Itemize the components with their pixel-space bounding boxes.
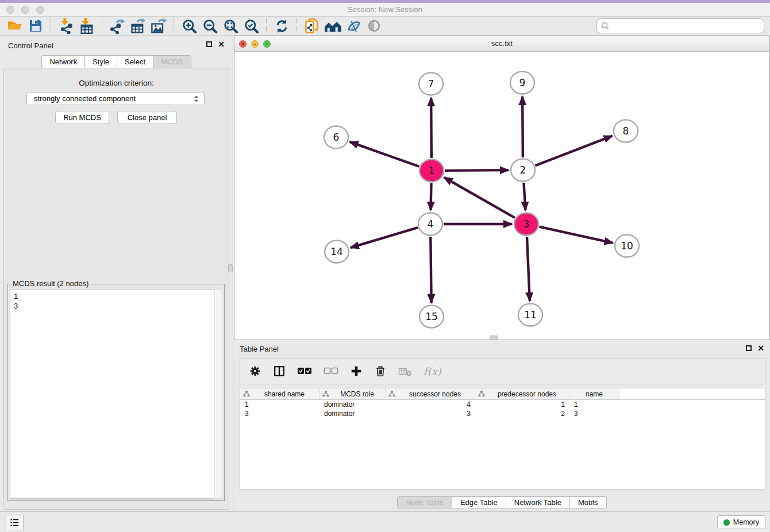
export-image-icon[interactable] [150,17,167,34]
graph-node-6[interactable]: 6 [324,126,348,149]
search-field[interactable] [596,18,764,33]
graph-node-9[interactable]: 9 [510,72,534,94]
graph-edge-2-3[interactable] [523,183,525,210]
trash-icon[interactable] [374,365,387,377]
graph-node-1[interactable]: 1 [419,160,444,182]
network-window-titlebar[interactable]: ✕ − + scc.txt [234,36,769,52]
svg-text:9: 9 [519,77,526,88]
close-panel-icon[interactable]: ✕ [757,345,764,352]
add-icon[interactable] [350,365,363,377]
table-cell[interactable]: 2 [475,410,569,418]
graph-node-14[interactable]: 14 [325,241,349,263]
float-panel-icon[interactable] [206,41,212,47]
mcds-result-scrollbar[interactable] [214,289,222,499]
memory-button[interactable]: Memory [717,515,765,529]
delete-table-icon[interactable] [398,366,412,377]
task-history-button[interactable] [6,515,24,530]
table-row[interactable]: 1dominator411 [240,400,765,409]
optimization-criterion-label: Optimization criterion: [4,79,229,87]
column-header-MCDS-role[interactable]: MCDS role [319,388,386,399]
tab-motifs[interactable]: Motifs [570,496,607,508]
list-icon [9,517,20,528]
table-cell[interactable]: 1 [240,400,319,408]
open-session-icon[interactable] [6,17,24,34]
table-cell[interactable]: 1 [569,400,619,408]
table-cell[interactable]: 4 [386,400,475,408]
graph-node-7[interactable]: 7 [419,73,443,95]
graph-edge-2-8[interactable] [536,136,613,166]
graph-node-2[interactable]: 2 [511,159,535,182]
table-row[interactable]: 3dominator323 [240,409,765,418]
graph-edge-4-15[interactable] [430,237,431,303]
network-overview-icon[interactable] [324,17,341,34]
close-panel-icon[interactable]: ✕ [218,41,225,48]
node-table[interactable]: shared nameMCDS rolesuccessor nodesprede… [240,388,765,489]
run-mcds-button[interactable]: Run MCDS [55,111,109,124]
graph-edge-1-2[interactable] [445,170,509,171]
export-table-icon[interactable] [129,17,147,34]
divider-handle[interactable] [228,264,233,272]
import-table-icon[interactable] [78,17,95,34]
mcds-result-text[interactable]: 1 3 [10,289,222,499]
gear-icon[interactable] [249,365,261,377]
graph-edge-3-1[interactable] [444,178,515,218]
tab-mcds[interactable]: MCDS [153,55,191,68]
graph-edge-2-9[interactable] [522,97,523,157]
memory-status-icon [723,519,730,526]
graph-node-3[interactable]: 3 [514,213,538,236]
deselect-all-icon[interactable] [324,367,338,375]
table-cell[interactable]: 1 [475,400,569,408]
table-cell[interactable]: 3 [569,410,619,418]
graphics-details-icon[interactable] [345,17,362,34]
table-toolbar: f(x) [240,358,765,384]
float-panel-icon[interactable] [746,345,752,351]
column-header-successor-nodes[interactable]: successor nodes [386,388,475,399]
tab-node-table[interactable]: Node Table [397,496,452,508]
graph-node-11[interactable]: 11 [518,304,542,326]
column-header-shared-name[interactable]: shared name [240,388,319,399]
search-input[interactable] [613,22,760,30]
eye-icon[interactable] [365,17,383,34]
graph-node-4[interactable]: 4 [418,213,442,236]
import-network-icon[interactable] [57,17,75,34]
network-view-window: ✕ − + scc.txt 7968124314101511 [234,36,770,340]
function-builder-icon[interactable]: f(x) [424,365,441,377]
tab-network[interactable]: Network [41,55,85,68]
zoom-selected-icon[interactable] [242,17,260,34]
table-cell[interactable]: dominator [319,400,386,408]
divider-handle[interactable] [490,336,498,340]
zoom-out-icon[interactable] [201,17,218,34]
graph-edge-1-7[interactable] [431,98,432,158]
graph-edge-3-10[interactable] [539,227,613,243]
export-network-icon[interactable] [109,17,126,34]
select-all-icon[interactable] [297,367,312,375]
table-cell[interactable]: 3 [240,410,319,418]
optimization-criterion-select[interactable]: strongly connected component [26,92,205,105]
zoom-in-icon[interactable] [180,17,198,34]
save-session-icon[interactable] [27,17,44,34]
graph-edge-1-6[interactable] [350,142,419,167]
optimization-criterion-value: strongly connected component [34,94,193,103]
column-header-name[interactable]: name [569,388,619,399]
graph-edge-1-4[interactable] [431,183,432,210]
fit-content-icon[interactable] [222,17,239,34]
network-canvas[interactable]: 7968124314101511 [234,52,769,340]
refresh-layout-icon[interactable] [273,17,290,34]
table-cell[interactable]: dominator [319,410,386,418]
graph-edge-4-14[interactable] [351,228,418,248]
graph-node-8[interactable]: 8 [614,120,638,142]
tab-select[interactable]: Select [117,55,153,68]
close-panel-button[interactable]: Close panel [117,111,177,124]
control-panel-tabs: NetworkStyleSelectMCDS [0,55,233,68]
graph-edge-3-11[interactable] [527,237,530,301]
graph-node-10[interactable]: 10 [615,235,639,257]
tab-style[interactable]: Style [85,55,117,68]
columns-icon[interactable] [273,365,286,377]
tab-network-table[interactable]: Network Table [506,496,570,508]
column-header-predecessor-nodes[interactable]: predecessor nodes [475,388,569,399]
tab-edge-table[interactable]: Edge Table [452,496,506,508]
clone-network-icon[interactable] [303,17,321,34]
table-tabs: Node TableEdge TableNetwork TableMotifs [234,496,770,508]
graph-node-15[interactable]: 15 [419,306,444,328]
table-cell[interactable]: 3 [386,410,475,418]
